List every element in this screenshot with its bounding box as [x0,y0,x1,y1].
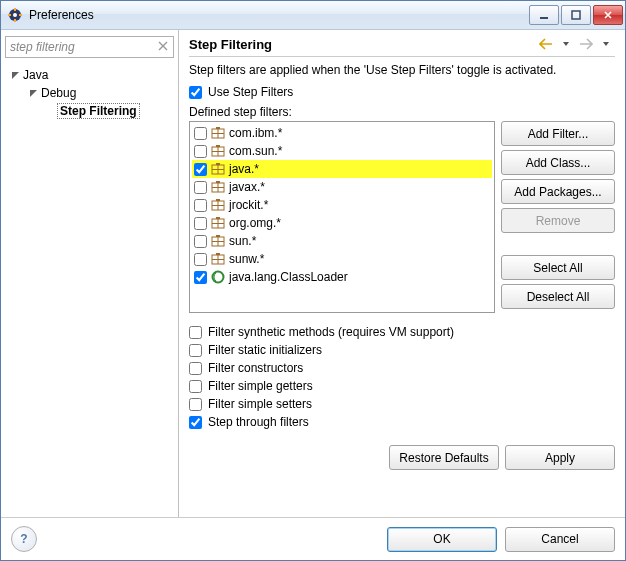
filter-label: javax.* [229,180,265,194]
filter-item[interactable]: java.* [192,160,492,178]
option-checkbox[interactable] [189,380,202,393]
option-row: Filter synthetic methods (requires VM su… [189,323,615,341]
cancel-button[interactable]: Cancel [505,527,615,552]
filters-list[interactable]: com.ibm.*com.sun.*java.*javax.*jrockit.*… [189,121,495,313]
package-icon [211,216,225,230]
preferences-tree: Java Debug Step Filtering [5,64,174,511]
svg-rect-31 [216,217,220,219]
titlebar: Preferences [1,1,625,30]
history-back-button[interactable] [537,36,555,52]
history-forward-button[interactable] [577,36,595,52]
filter-label: java.lang.ClassLoader [229,270,348,284]
filter-label: org.omg.* [229,216,281,230]
use-step-filters-checkbox[interactable] [189,86,202,99]
dialog-footer: ? OK Cancel [1,517,625,560]
filter-checkbox[interactable] [194,163,207,176]
option-checkbox[interactable] [189,416,202,429]
filter-input[interactable] [5,36,174,58]
page-description: Step filters are applied when the 'Use S… [189,63,615,77]
package-icon [211,180,225,194]
preferences-window: Preferences Java Debug [0,0,626,561]
class-icon [211,270,225,284]
filter-checkbox[interactable] [194,253,207,266]
filter-label: sunw.* [229,252,264,266]
filter-label: java.* [229,162,259,176]
svg-rect-3 [14,19,16,22]
history-forward-menu[interactable] [597,36,615,52]
use-step-filters-row: Use Step Filters [189,83,615,101]
filter-item[interactable]: com.sun.* [192,142,492,160]
option-label: Filter constructors [208,361,303,375]
option-row: Filter constructors [189,359,615,377]
apply-button[interactable]: Apply [505,445,615,470]
svg-rect-2 [14,8,16,11]
option-checkbox[interactable] [189,344,202,357]
option-checkbox[interactable] [189,362,202,375]
add-class-button[interactable]: Add Class... [501,150,615,175]
history-back-menu[interactable] [557,36,575,52]
filter-checkbox[interactable] [194,271,207,284]
left-pane: Java Debug Step Filtering [1,30,179,517]
remove-button[interactable]: Remove [501,208,615,233]
filter-checkbox[interactable] [194,145,207,158]
ok-button[interactable]: OK [387,527,497,552]
filter-label: jrockit.* [229,198,268,212]
collapse-icon[interactable] [27,87,39,99]
use-step-filters-label: Use Step Filters [208,85,293,99]
option-checkbox[interactable] [189,398,202,411]
filter-checkbox[interactable] [194,181,207,194]
option-row: Filter simple setters [189,395,615,413]
svg-rect-5 [19,14,22,16]
filter-label: sun.* [229,234,256,248]
collapse-icon[interactable] [9,69,21,81]
svg-rect-23 [216,181,220,183]
window-controls [529,5,623,25]
tree-item-java[interactable]: Java [5,66,174,84]
restore-defaults-button[interactable]: Restore Defaults [389,445,499,470]
filter-item[interactable]: sunw.* [192,250,492,268]
window-title: Preferences [29,8,529,22]
option-label: Filter static initializers [208,343,322,357]
add-filter-button[interactable]: Add Filter... [501,121,615,146]
filter-item[interactable]: org.omg.* [192,214,492,232]
package-icon [211,144,225,158]
search-wrap [5,36,174,58]
maximize-button[interactable] [561,5,591,25]
minimize-button[interactable] [529,5,559,25]
filter-checkbox[interactable] [194,235,207,248]
close-button[interactable] [593,5,623,25]
app-icon [7,7,23,23]
package-icon [211,162,225,176]
filter-checkbox[interactable] [194,217,207,230]
tree-item-step-filtering[interactable]: Step Filtering [5,102,174,120]
select-all-button[interactable]: Select All [501,255,615,280]
tree-item-debug[interactable]: Debug [5,84,174,102]
option-label: Step through filters [208,415,309,429]
filter-item[interactable]: javax.* [192,178,492,196]
svg-rect-11 [216,127,220,129]
package-icon [211,126,225,140]
page-action-buttons: Restore Defaults Apply [189,441,615,470]
filter-item[interactable]: com.ibm.* [192,124,492,142]
filters-buttons: Add Filter... Add Class... Add Packages.… [501,121,615,313]
svg-rect-4 [8,14,11,16]
filter-checkbox[interactable] [194,127,207,140]
option-checkbox[interactable] [189,326,202,339]
filter-item[interactable]: jrockit.* [192,196,492,214]
deselect-all-button[interactable]: Deselect All [501,284,615,309]
filter-item[interactable]: java.lang.ClassLoader [192,268,492,286]
help-button[interactable]: ? [11,526,37,552]
add-packages-button[interactable]: Add Packages... [501,179,615,204]
svg-rect-7 [572,11,580,19]
filter-checkbox[interactable] [194,199,207,212]
svg-rect-35 [216,235,220,237]
filter-label: com.sun.* [229,144,282,158]
clear-search-icon[interactable] [154,37,172,55]
svg-rect-6 [540,17,548,19]
defined-filters-label: Defined step filters: [189,105,615,119]
right-pane: Step Filtering Step filters are applied … [179,30,625,517]
options-block: Filter synthetic methods (requires VM su… [189,323,615,431]
svg-rect-19 [216,163,220,165]
package-icon [211,234,225,248]
filter-item[interactable]: sun.* [192,232,492,250]
